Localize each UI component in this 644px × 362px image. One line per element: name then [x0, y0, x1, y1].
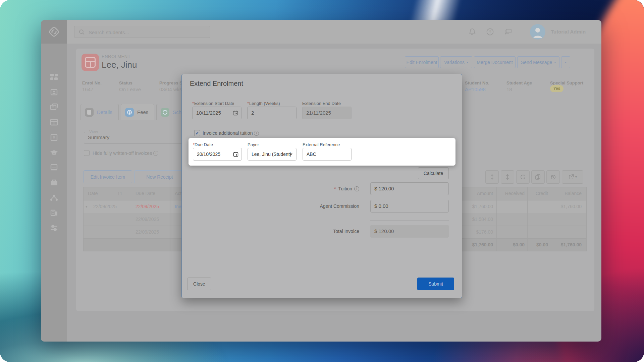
variations-button[interactable]: Variations▾ [440, 56, 472, 68]
col-due-date[interactable]: Due Date [136, 187, 155, 200]
details-icon [85, 108, 94, 117]
expand-rows-button[interactable] [485, 170, 499, 184]
calendar-icon[interactable] [233, 152, 238, 157]
footer-received: $0.00 [499, 238, 525, 251]
invoice-additional-tuition-label: Invoice additional tuition i [203, 130, 259, 136]
help-icon[interactable]: ? [486, 27, 494, 36]
cell-due-date-overdue: 22/09/2025 [136, 200, 159, 213]
fees-dollar-icon: $ [125, 108, 134, 117]
sidebar-icon-students[interactable] [49, 87, 59, 97]
payer-dropdown[interactable]: Lee, Jinu (Student) [248, 148, 297, 161]
sidebar-icon-settings-sliders[interactable] [49, 223, 59, 233]
modal-title: Extend Enrolment [190, 80, 243, 87]
sidebar-icon-agents-network[interactable] [49, 193, 59, 202]
sidebar-icon-education[interactable] [49, 148, 59, 157]
chevron-down-icon: ▾ [565, 61, 567, 64]
view-select-label: View [88, 129, 99, 134]
section-label: ENROLMENT [102, 54, 130, 59]
sidebar-icon-services[interactable] [49, 178, 59, 187]
extension-start-date-input[interactable]: 10/11/2025 [192, 107, 241, 119]
invoice-additional-tuition-checkbox[interactable]: ✓ [194, 130, 200, 136]
cell-balance: $1,760.00 [555, 200, 582, 213]
row-expander-icon[interactable]: ▾ [86, 200, 88, 213]
student-age-value: 18 [506, 86, 512, 92]
total-invoice-label: Total Invoice [276, 225, 359, 238]
col-amount[interactable]: Amount [460, 187, 493, 200]
length-weeks-label: *Length (Weeks) [247, 101, 280, 106]
new-receipt-button[interactable]: New Receipt [134, 170, 185, 183]
sidebar-icon-organisation[interactable] [49, 208, 59, 218]
chevron-down-icon [289, 154, 292, 156]
col-received[interactable]: Received [499, 187, 525, 200]
user-name[interactable]: Tutorial Admin [551, 20, 586, 44]
hide-written-off-label: Hide fully written-off invoices i [93, 150, 158, 156]
sidebar-icon-enrolments[interactable] [49, 118, 59, 127]
enrolment-icon [82, 54, 99, 71]
status-value: On Leave [119, 86, 141, 92]
col-date[interactable]: Date [88, 187, 98, 200]
notifications-bell-icon[interactable] [468, 27, 477, 36]
brand-logo-icon [48, 25, 60, 38]
sidebar-icon-books[interactable] [49, 163, 59, 172]
sidebar-icon-dashboard[interactable] [49, 72, 59, 82]
collapse-rows-button[interactable] [501, 170, 514, 184]
user-avatar[interactable] [530, 24, 545, 40]
extension-end-date-label: Extension End Date [302, 101, 341, 106]
progress-label: Progress St [159, 80, 184, 85]
refresh-button[interactable] [516, 170, 530, 184]
export-button[interactable]: ▾ [562, 170, 583, 184]
calendar-icon[interactable] [233, 110, 238, 116]
cell-amount: $176.00 [460, 226, 493, 238]
chevron-down-icon: ▾ [554, 61, 556, 64]
send-message-button[interactable]: Send Message▾ [517, 56, 559, 68]
footer-credit: $0.00 [530, 238, 548, 251]
tab-details[interactable]: Details [80, 104, 119, 120]
col-balance[interactable]: Balance [555, 187, 582, 200]
sidebar-icon-invoices[interactable]: $ [49, 133, 59, 142]
external-reference-input[interactable]: ABC [303, 148, 352, 161]
info-icon: i [153, 151, 158, 156]
student-search[interactable] [74, 26, 210, 38]
payer-label: Payer [248, 142, 259, 147]
chevron-down-icon: ▾ [467, 61, 468, 64]
hide-written-off-checkbox[interactable] [84, 150, 90, 156]
edit-enrolment-button[interactable]: Edit Enrolment [405, 56, 439, 68]
agent-commission-label: Agent Commission [276, 200, 359, 213]
app-logo[interactable] [41, 20, 67, 44]
external-reference-label: External Reference [303, 142, 340, 147]
history-button[interactable] [546, 170, 560, 184]
sidebar-icon-pages[interactable] [49, 103, 59, 112]
cell-date: 22/09/2025 [93, 200, 117, 213]
copy-button[interactable] [531, 170, 545, 184]
edit-invoice-item-button[interactable]: Edit Invoice Item [84, 170, 132, 183]
due-date-input[interactable]: 20/10/2025 [193, 148, 242, 161]
special-support-badge: Yes [550, 85, 564, 92]
search-icon [78, 29, 85, 36]
view-select-value: Summary [88, 134, 109, 140]
person-icon [530, 24, 545, 40]
col-credit[interactable]: Credit [530, 187, 548, 200]
student-no-label: Student No. [465, 80, 489, 85]
tab-fees[interactable]: $ Fees [121, 104, 154, 120]
tuition-input[interactable]: $ 120.00 [370, 182, 449, 195]
calculate-button[interactable]: Calculate [418, 167, 449, 179]
schedule-icon [161, 108, 169, 117]
length-weeks-input[interactable]: 2 [247, 107, 297, 119]
merge-document-button[interactable]: Merge Document [474, 56, 516, 68]
total-invoice-field: $ 120.00 [370, 225, 449, 238]
agent-commission-input[interactable]: $ 0.00 [370, 200, 449, 213]
search-input[interactable] [88, 26, 207, 38]
sort-ascending-icon[interactable]: ↑1 [117, 187, 122, 200]
student-no-link[interactable]: AP10598 [465, 86, 486, 92]
screen: $ ? Tutorial Admin ENROLMENT Lee, Jinu E… [0, 0, 644, 362]
submit-button[interactable]: Submit [417, 278, 454, 290]
footer-amount: $1,760.00 [460, 238, 493, 251]
cell-due-date: 22/09/2025 [136, 226, 159, 238]
extension-start-date-label: *Extension Start Date [192, 101, 234, 106]
svg-text:$: $ [53, 135, 55, 140]
cell-amount: $1,584.00 [460, 213, 493, 226]
close-button[interactable]: Close [187, 278, 211, 290]
enrol-no-value: 1647 [82, 86, 93, 92]
chat-icon[interactable] [504, 27, 513, 36]
more-actions-button[interactable]: ▾ [561, 56, 570, 68]
